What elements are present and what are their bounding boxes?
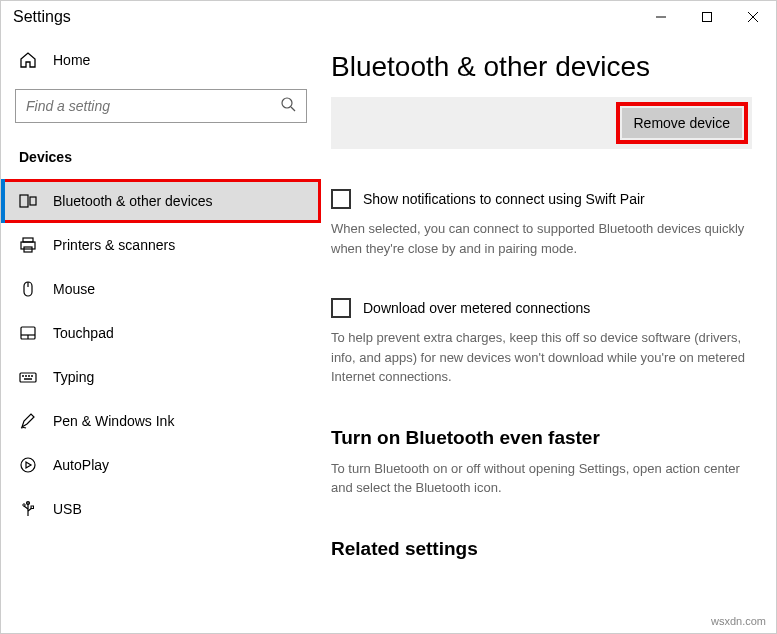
sidebar-item-touchpad[interactable]: Touchpad — [1, 311, 321, 355]
search-icon — [280, 96, 296, 116]
pen-icon — [19, 412, 37, 430]
watermark: wsxdn.com — [711, 615, 766, 627]
swift-pair-label: Show notifications to connect using Swif… — [363, 191, 645, 207]
swift-pair-checkbox[interactable] — [331, 189, 351, 209]
home-label: Home — [53, 52, 90, 68]
minimize-button[interactable] — [638, 1, 684, 33]
sidebar-item-label: Printers & scanners — [53, 237, 175, 253]
bt-faster-heading: Turn on Bluetooth even faster — [331, 427, 752, 449]
printer-icon — [19, 236, 37, 254]
metered-label: Download over metered connections — [363, 300, 590, 316]
sidebar-item-pen[interactable]: Pen & Windows Ink — [1, 399, 321, 443]
sidebar-item-mouse[interactable]: Mouse — [1, 267, 321, 311]
metered-checkbox[interactable] — [331, 298, 351, 318]
sidebar-item-bluetooth[interactable]: Bluetooth & other devices — [1, 179, 321, 223]
svg-line-5 — [291, 107, 295, 111]
home-icon — [19, 51, 37, 69]
swift-pair-help: When selected, you can connect to suppor… — [331, 219, 752, 258]
svg-rect-7 — [30, 197, 36, 205]
home-nav[interactable]: Home — [1, 41, 321, 79]
svg-rect-8 — [23, 238, 33, 242]
close-button[interactable] — [730, 1, 776, 33]
metered-help: To help prevent extra charges, keep this… — [331, 328, 752, 387]
search-input[interactable] — [26, 98, 280, 114]
maximize-button[interactable] — [684, 1, 730, 33]
svg-point-27 — [23, 504, 25, 506]
titlebar: Settings — [1, 1, 776, 33]
main-content: Bluetooth & other devices Remove device … — [321, 33, 776, 633]
sidebar-item-label: Mouse — [53, 281, 95, 297]
autoplay-icon — [19, 456, 37, 474]
page-title: Bluetooth & other devices — [331, 51, 752, 83]
svg-point-22 — [21, 458, 35, 472]
sidebar-item-printers[interactable]: Printers & scanners — [1, 223, 321, 267]
svg-marker-23 — [26, 462, 31, 468]
sidebar-item-autoplay[interactable]: AutoPlay — [1, 443, 321, 487]
svg-rect-9 — [21, 242, 35, 249]
usb-icon — [19, 500, 37, 518]
search-box[interactable] — [15, 89, 307, 123]
svg-rect-6 — [20, 195, 28, 207]
devices-icon — [19, 192, 37, 210]
devices-section-header: Devices — [1, 141, 321, 179]
sidebar-item-label: Pen & Windows Ink — [53, 413, 174, 429]
sidebar-item-label: Typing — [53, 369, 94, 385]
action-bar: Remove device — [331, 97, 752, 149]
metered-checkbox-row[interactable]: Download over metered connections — [331, 298, 752, 318]
touchpad-icon — [19, 324, 37, 342]
svg-rect-26 — [31, 506, 34, 509]
window-controls — [638, 1, 776, 33]
remove-device-button[interactable]: Remove device — [622, 108, 743, 138]
sidebar: Home Devices Bluetooth & other devices P… — [1, 33, 321, 633]
window-title: Settings — [13, 8, 71, 26]
keyboard-icon — [19, 368, 37, 386]
sidebar-item-usb[interactable]: USB — [1, 487, 321, 531]
sidebar-item-label: Touchpad — [53, 325, 114, 341]
swift-pair-checkbox-row[interactable]: Show notifications to connect using Swif… — [331, 189, 752, 209]
mouse-icon — [19, 280, 37, 298]
svg-rect-16 — [20, 373, 36, 382]
sidebar-item-label: Bluetooth & other devices — [53, 193, 213, 209]
bt-faster-help: To turn Bluetooth on or off without open… — [331, 459, 752, 498]
sidebar-item-label: AutoPlay — [53, 457, 109, 473]
svg-point-4 — [282, 98, 292, 108]
sidebar-item-label: USB — [53, 501, 82, 517]
sidebar-item-typing[interactable]: Typing — [1, 355, 321, 399]
svg-rect-1 — [703, 13, 712, 22]
related-settings-heading: Related settings — [331, 538, 752, 560]
search-wrap — [15, 89, 307, 123]
